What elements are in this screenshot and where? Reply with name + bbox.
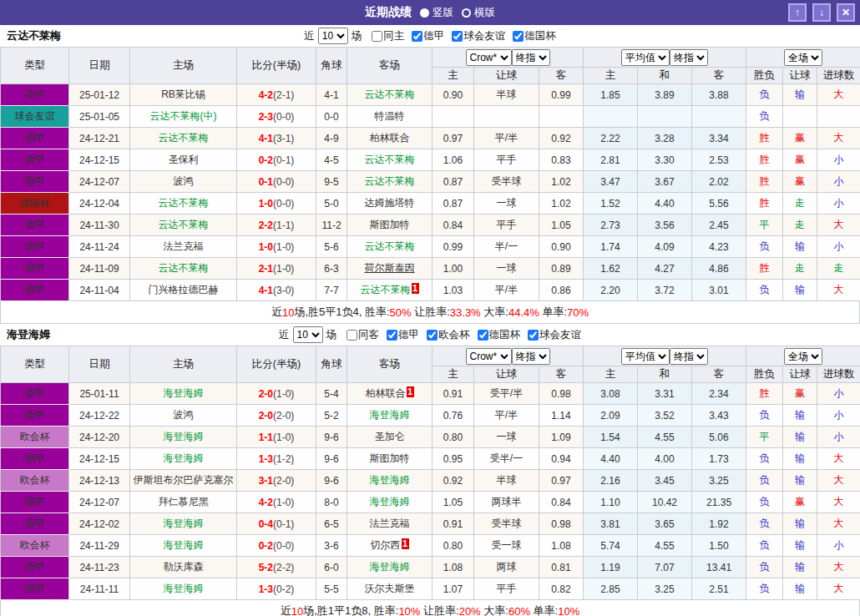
- result-win-draw-loss: 胜: [746, 171, 783, 193]
- result-win-draw-loss-value: 负: [760, 110, 770, 122]
- result-handicap-value: 输: [795, 518, 805, 529]
- result-goals: 小: [817, 171, 860, 193]
- result-goals: 小: [817, 405, 860, 427]
- competition-filter[interactable]: 欧会杯: [421, 328, 470, 342]
- handicap-line: 两球: [474, 557, 539, 578]
- col-type: 类型: [1, 346, 69, 383]
- corners-cell: 6-0: [316, 557, 347, 578]
- halftime-score: (0-2): [273, 583, 294, 595]
- result-handicap-value: 走: [795, 197, 805, 209]
- team-controls-row: 海登海姆近10场同客德甲欧会杯德国杯球会友谊: [0, 324, 860, 346]
- subcol-6: 胜负: [746, 366, 783, 383]
- summary-part: 20%: [459, 605, 481, 616]
- scroll-down-button[interactable]: ↓: [812, 3, 831, 22]
- same-venue-checkbox[interactable]: [372, 31, 382, 42]
- result-handicap-value: 赢: [795, 154, 805, 165]
- close-button[interactable]: ✕: [837, 3, 855, 22]
- average-odds-select[interactable]: 平均值: [621, 49, 670, 66]
- competition-filter[interactable]: 德甲: [406, 29, 444, 43]
- fulltime-score: 1-3: [259, 453, 273, 465]
- result-win-draw-loss-value: 负: [760, 518, 770, 529]
- avg-draw-odds: [638, 106, 692, 128]
- odds-away: 0.98: [539, 513, 584, 535]
- competition-checkbox[interactable]: [412, 31, 422, 42]
- away-team-name: 荷尔斯泰因: [365, 262, 415, 274]
- subcol-7: 让球: [783, 68, 817, 84]
- scroll-up-button[interactable]: ↑: [788, 3, 807, 22]
- final-odds-select[interactable]: 终指: [512, 49, 550, 66]
- subcol-7: 让球: [783, 366, 817, 383]
- odds-away: 0.81: [539, 557, 584, 578]
- away-team-name: 沃尔夫斯堡: [365, 583, 415, 594]
- games-label: 场: [352, 29, 362, 43]
- near-label: 近: [304, 29, 315, 43]
- avg-draw-odds: 3.31: [638, 383, 692, 405]
- match-date: 24-11-23: [69, 557, 130, 578]
- result-win-draw-loss: 负: [746, 448, 783, 470]
- final-odds-select-2[interactable]: 终指: [670, 49, 708, 66]
- matches-count-select[interactable]: 10: [318, 28, 348, 44]
- layout-horizontal-radio[interactable]: 横版: [462, 6, 495, 20]
- match-row: 德甲24-11-23勒沃库森5-2(2-2)6-0海登海姆1.08两球0.811…: [1, 557, 860, 578]
- result-goals-value: 大: [834, 518, 844, 529]
- halftime-score: (2-0): [273, 475, 294, 487]
- home-team-name: 云达不莱梅: [159, 132, 209, 144]
- competition-checkbox[interactable]: [452, 31, 463, 42]
- matches-count-select[interactable]: 10: [293, 326, 323, 343]
- result-handicap: 输: [783, 557, 817, 578]
- result-win-draw-loss-value: 负: [760, 474, 770, 486]
- competition-checkbox[interactable]: [528, 330, 539, 341]
- layout-vertical-radio[interactable]: 竖版: [420, 6, 453, 20]
- summary-part: 场,胜5平1负4, 胜率:: [294, 305, 389, 320]
- score-cell: 5-2(2-2): [237, 557, 316, 578]
- same-venue-filter[interactable]: 同主: [363, 29, 404, 43]
- odds-source-select[interactable]: Crow*: [466, 348, 512, 365]
- avg-draw-odds: 4.55: [638, 427, 692, 448]
- competition-filter[interactable]: 德甲: [381, 328, 419, 342]
- odds-home: 1.06: [433, 149, 474, 171]
- header-row-groups: 类型日期主场比分(半场)角球客场Crow*终指平均值终指全场: [1, 48, 860, 68]
- competition-filter[interactable]: 德国杯: [507, 29, 556, 43]
- away-team-cell: 斯图加特: [347, 448, 433, 470]
- subcol-0: 主: [433, 366, 474, 383]
- competition-filter[interactable]: 球会友谊: [522, 328, 581, 342]
- full-match-select[interactable]: 全场: [784, 49, 822, 66]
- competition-filter[interactable]: 球会友谊: [446, 29, 505, 43]
- result-goals: 大: [817, 215, 860, 236]
- avg-away-odds: 5.56: [692, 193, 746, 215]
- competition-checkbox[interactable]: [513, 31, 524, 42]
- competition-checkbox[interactable]: [387, 330, 397, 341]
- result-goals-value: 小: [834, 387, 844, 399]
- final-odds-select[interactable]: 终指: [512, 348, 550, 365]
- same-venue-checkbox[interactable]: [347, 330, 357, 341]
- odds-home: 0.76: [433, 405, 474, 427]
- away-team-cell: 柏林联合: [347, 128, 433, 149]
- competition-type: 德甲: [1, 513, 69, 535]
- competition-filter[interactable]: 德国杯: [472, 328, 521, 342]
- match-row: 欧会杯24-12-20海登海姆1-1(1-0)9-6圣加仑0.80一球1.091…: [1, 427, 860, 448]
- competition-checkbox[interactable]: [427, 330, 438, 341]
- subcol-3: 主: [584, 68, 638, 84]
- same-venue-filter[interactable]: 同客: [338, 328, 379, 342]
- subcol-1: 让球: [474, 366, 539, 383]
- fulltime-score: 0-4: [259, 518, 273, 530]
- match-date: 25-01-11: [69, 383, 130, 405]
- match-date: 24-12-07: [69, 171, 130, 193]
- table-body: 德甲25-01-11海登海姆2-0(1-0)5-4柏林联合10.91受平/半0.…: [1, 383, 860, 600]
- summary-part: 10%: [558, 605, 579, 616]
- odds-away: 0.98: [539, 383, 584, 405]
- result-goals-value: 大: [834, 219, 844, 230]
- score-cell: 3-1(2-0): [237, 470, 316, 492]
- full-match-select[interactable]: 全场: [784, 348, 822, 365]
- result-win-draw-loss-value: 负: [760, 284, 770, 295]
- avg-away-odds: 3.01: [692, 280, 746, 301]
- match-row: 德国杯24-12-04云达不莱梅1-0(0-0)5-0达姆施塔特0.87一球1.…: [1, 193, 860, 215]
- odds-source-select[interactable]: Crow*: [466, 49, 512, 66]
- match-date: 24-11-11: [69, 578, 130, 600]
- result-handicap: 输: [783, 513, 817, 535]
- final-odds-select-2[interactable]: 终指: [670, 348, 708, 365]
- average-odds-select[interactable]: 平均值: [621, 348, 670, 365]
- competition-type: 德甲: [1, 492, 69, 513]
- titlebar-buttons: ↑ ↓ ✕: [788, 3, 855, 22]
- competition-checkbox[interactable]: [478, 330, 488, 341]
